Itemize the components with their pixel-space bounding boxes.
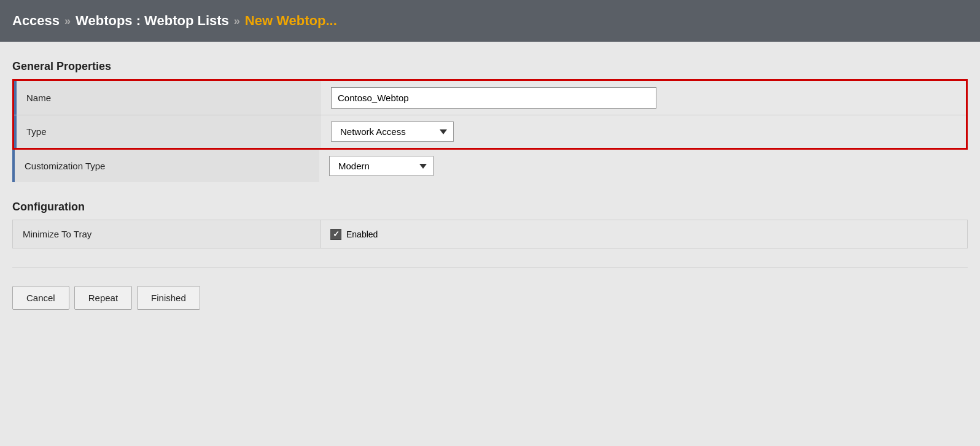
name-value-cell	[321, 81, 966, 115]
header-bar: Access » Webtops : Webtop Lists » New We…	[0, 0, 980, 42]
cancel-button[interactable]: Cancel	[12, 286, 69, 310]
minimize-to-tray-enabled-label: Enabled	[346, 229, 378, 239]
finished-button[interactable]: Finished	[137, 286, 200, 310]
name-row: Name	[14, 81, 966, 115]
main-content: General Properties Name Type Ne	[0, 42, 980, 328]
configuration-heading: Configuration	[12, 201, 968, 213]
configuration-section: Configuration Minimize To Tray Enabled	[12, 201, 968, 248]
breadcrumb-new-webtop: New Webtop...	[245, 13, 337, 29]
repeat-button[interactable]: Repeat	[74, 286, 132, 310]
general-properties-table: Name Type Network Access Full Webtop	[12, 79, 968, 182]
minimize-to-tray-label: Minimize To Tray	[13, 220, 320, 248]
type-row: Type Network Access Full Webtop	[14, 115, 966, 148]
breadcrumb-sep2: »	[234, 15, 240, 28]
footer-buttons: Cancel Repeat Finished	[12, 280, 968, 316]
minimize-to-tray-value-cell: Enabled	[320, 220, 967, 248]
type-value-cell: Network Access Full Webtop	[321, 115, 966, 148]
breadcrumb-sep1: »	[64, 15, 71, 28]
breadcrumb: Access » Webtops : Webtop Lists » New We…	[12, 13, 337, 29]
customization-type-label: Customization Type	[12, 150, 319, 182]
customization-type-value-cell: Modern Standard	[319, 150, 968, 182]
minimize-to-tray-row: Minimize To Tray Enabled	[12, 220, 968, 248]
customization-type-row: Customization Type Modern Standard	[12, 150, 968, 182]
type-select[interactable]: Network Access Full Webtop	[331, 121, 454, 142]
name-input[interactable]	[331, 87, 656, 109]
name-label: Name	[14, 81, 321, 115]
type-label: Type	[14, 115, 321, 148]
breadcrumb-webtops: Webtops : Webtop Lists	[76, 13, 229, 29]
footer-separator	[12, 267, 968, 267]
breadcrumb-access: Access	[12, 13, 60, 29]
minimize-to-tray-checkbox[interactable]	[330, 229, 341, 240]
general-properties-heading: General Properties	[12, 60, 968, 73]
configuration-table: Minimize To Tray Enabled	[12, 220, 968, 248]
customization-type-select[interactable]: Modern Standard	[329, 156, 434, 176]
